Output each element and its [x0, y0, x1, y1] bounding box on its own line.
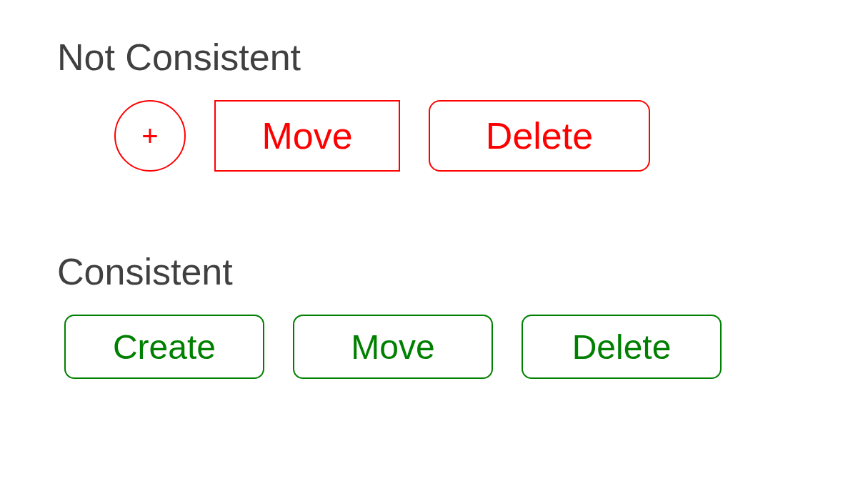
consistent-section: Consistent Create Move Delete	[57, 250, 811, 379]
move-button-consistent-label: Move	[351, 327, 434, 367]
create-button-label: Create	[113, 327, 216, 367]
delete-button-label: Delete	[486, 114, 593, 157]
plus-icon: +	[141, 120, 158, 152]
consistent-button-row: Create Move Delete	[57, 315, 811, 379]
not-consistent-button-row: + Move Delete	[57, 100, 811, 172]
add-button[interactable]: +	[114, 100, 186, 172]
create-button[interactable]: Create	[64, 315, 264, 379]
move-button-label: Move	[261, 114, 352, 157]
delete-button-consistent[interactable]: Delete	[522, 315, 722, 379]
delete-button[interactable]: Delete	[429, 100, 650, 172]
not-consistent-title: Not Consistent	[57, 36, 811, 79]
move-button[interactable]: Move	[214, 100, 400, 172]
move-button-consistent[interactable]: Move	[293, 315, 493, 379]
not-consistent-section: Not Consistent + Move Delete	[57, 36, 811, 172]
delete-button-consistent-label: Delete	[572, 327, 672, 367]
consistent-title: Consistent	[57, 250, 811, 293]
